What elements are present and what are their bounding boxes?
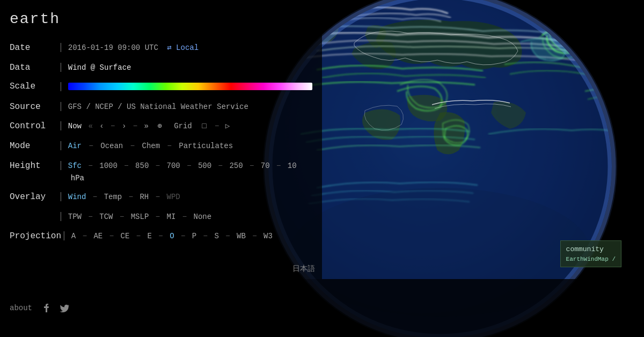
height-70[interactable]: 70	[261, 162, 270, 170]
proj-ae[interactable]: AE	[93, 232, 103, 240]
control-target[interactable]: ⊕	[157, 122, 162, 130]
overlay-row1: Overlay | Wind − Temp − RH − WPD	[10, 188, 312, 205]
overlay-tcw[interactable]: TCW	[99, 213, 113, 221]
control-label: Control	[10, 119, 58, 134]
proj-ce[interactable]: CE	[120, 232, 129, 240]
mode-ocean[interactable]: Ocean	[100, 142, 123, 150]
source-label: Source	[10, 100, 58, 114]
mode-air[interactable]: Air	[68, 142, 82, 150]
overlay-wpd[interactable]: WPD	[167, 193, 180, 201]
data-separator: |	[58, 59, 64, 76]
control-values: Now « ‹ − › − » ⊕ Grid □ − ▷	[68, 120, 230, 133]
data-value: Wind @ Surface	[68, 62, 131, 75]
projection-separator: |	[61, 228, 67, 244]
mode-chem[interactable]: Chem	[142, 142, 160, 150]
community-badge[interactable]: community EarthWindMap /	[560, 240, 621, 267]
japanese-link[interactable]: 日本語	[292, 264, 315, 274]
overlay-values2: TPW − TCW − MSLP − MI − None	[68, 211, 211, 224]
overlay-row2: | TPW − TCW − MSLP − MI − None	[10, 208, 312, 225]
height-row: Height | Sfc − 1000 − 850 − 700 − 500 − …	[10, 157, 312, 186]
bottom-bar: about	[0, 279, 644, 337]
overlay-tpw[interactable]: TPW	[68, 213, 82, 221]
height-sfc[interactable]: Sfc	[68, 162, 82, 170]
mode-label: Mode	[10, 139, 58, 153]
facebook-icon[interactable]	[40, 302, 52, 314]
proj-a[interactable]: A	[71, 232, 76, 240]
twitter-icon[interactable]	[59, 302, 71, 314]
projection-row: Projection | A − AE − CE − E − O − P − S…	[10, 228, 312, 244]
overlay-values1: Wind − Temp − RH − WPD	[68, 191, 180, 204]
scale-label: Scale	[10, 79, 58, 94]
control-separator: |	[58, 118, 64, 134]
projection-label: Projection	[10, 229, 61, 244]
proj-wb[interactable]: WB	[237, 232, 246, 240]
overlay-none[interactable]: None	[194, 213, 212, 221]
source-separator: |	[58, 98, 64, 115]
height-500[interactable]: 500	[198, 162, 211, 170]
overlay-temp[interactable]: Temp	[104, 193, 122, 201]
height-unit: hPa	[71, 174, 84, 182]
overlay-rh[interactable]: RH	[140, 193, 149, 201]
height-label: Height	[10, 159, 58, 173]
control-animate[interactable]: ▷	[225, 122, 230, 130]
control-grid-label: Grid	[174, 122, 192, 130]
scale-row: Scale |	[10, 78, 312, 95]
mode-separator: |	[58, 137, 64, 154]
control-row: Control | Now « ‹ − › − » ⊕ Grid □ − ▷	[10, 118, 312, 134]
data-row: Data | Wind @ Surface	[10, 59, 312, 76]
control-now[interactable]: Now	[68, 122, 82, 130]
overlay-separator2: |	[58, 208, 64, 225]
proj-e[interactable]: E	[148, 232, 152, 240]
mode-particulates[interactable]: Particulates	[179, 142, 233, 150]
overlay-label: Overlay	[10, 190, 58, 204]
community-link[interactable]: EarthWindMap /	[566, 255, 616, 264]
height-values: Sfc − 1000 − 850 − 700 − 500 − 250 − 70 …	[68, 160, 312, 186]
community-title: community	[566, 244, 616, 255]
overlay-mslp[interactable]: MSLP	[131, 213, 149, 221]
height-700[interactable]: 700	[167, 162, 180, 170]
height-250[interactable]: 250	[229, 162, 243, 170]
scale-bar	[68, 83, 312, 90]
scale-separator: |	[58, 78, 64, 95]
left-panel: earth Date | 2016-01-19 09:00 UTC ⇄ Loca…	[0, 0, 322, 279]
control-grid-off[interactable]: □	[202, 122, 206, 130]
height-850[interactable]: 850	[135, 162, 149, 170]
overlay-separator: |	[58, 188, 64, 205]
proj-p[interactable]: P	[192, 232, 196, 240]
overlay-mi[interactable]: MI	[167, 213, 176, 221]
app-title: earth	[10, 11, 312, 27]
control-next2[interactable]: »	[144, 122, 149, 130]
date-label: Date	[10, 41, 58, 55]
mode-row: Mode | Air − Ocean − Chem − Particulates	[10, 137, 312, 154]
control-next[interactable]: ›	[122, 122, 126, 130]
mode-values: Air − Ocean − Chem − Particulates	[68, 140, 233, 153]
height-1000[interactable]: 1000	[99, 162, 118, 170]
date-separator: |	[58, 39, 64, 56]
page-wrapper: earth Date | 2016-01-19 09:00 UTC ⇄ Loca…	[0, 0, 644, 337]
about-link[interactable]: about	[10, 304, 32, 312]
projection-values: A − AE − CE − E − O − P − S − WB − W3	[71, 230, 273, 243]
source-value: GFS / NCEP / US National Weather Service	[68, 101, 248, 114]
date-row: Date | 2016-01-19 09:00 UTC ⇄ Local	[10, 39, 312, 56]
proj-w3[interactable]: W3	[264, 232, 273, 240]
source-row: Source | GFS / NCEP / US National Weathe…	[10, 98, 312, 115]
local-link[interactable]: ⇄ Local	[167, 43, 199, 52]
height-separator: |	[58, 157, 64, 174]
control-prev2[interactable]: ‹	[99, 122, 104, 130]
height-10[interactable]: 10	[288, 162, 297, 170]
proj-o[interactable]: O	[170, 232, 174, 240]
overlay-wind[interactable]: Wind	[68, 193, 86, 201]
data-label: Data	[10, 61, 58, 75]
date-value: 2016-01-19 09:00 UTC ⇄ Local	[68, 42, 199, 55]
proj-s[interactable]: S	[214, 232, 218, 240]
